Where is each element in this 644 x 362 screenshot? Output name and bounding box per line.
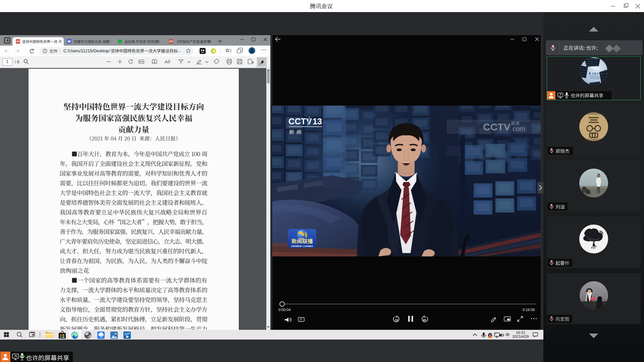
svg-text:PDF: PDF: [169, 41, 173, 42]
svg-text:10: 10: [395, 318, 398, 322]
svg-text:A: A: [165, 59, 168, 64]
svg-text:CCTV: CCTV: [483, 121, 511, 132]
svg-text:30: 30: [423, 318, 426, 322]
svg-text:13: 13: [313, 117, 322, 126]
svg-text:PDF: PDF: [16, 41, 20, 42]
